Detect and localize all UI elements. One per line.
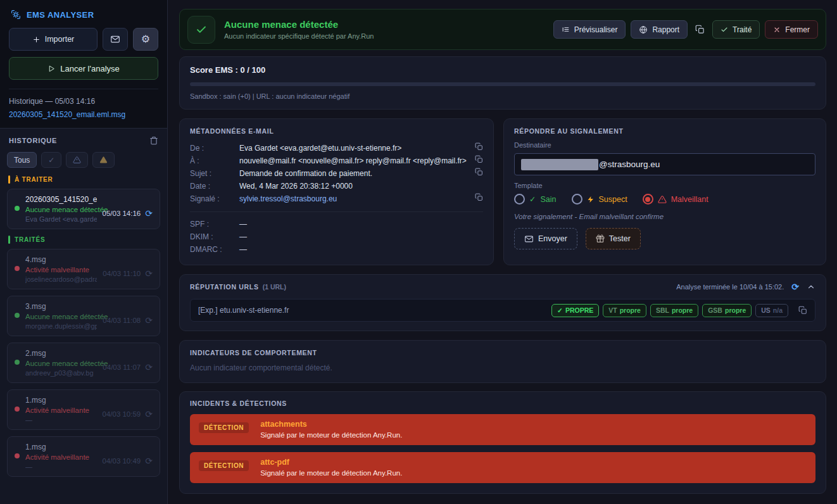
refresh-icon[interactable]: ⟳ (145, 315, 153, 325)
history-item-main: 20260305_141520_email.e... Aucune menace… (25, 195, 97, 223)
history-item[interactable]: 4.msg Activité malveillante joselinecard… (7, 249, 160, 289)
filter-all-chip[interactable]: Tous (7, 152, 37, 168)
copy-icon[interactable] (798, 306, 807, 315)
mark-done-button[interactable]: Traité (712, 20, 760, 39)
url-badges: ✓ PROPRE VT propre SBL propre GSB propre (551, 304, 807, 317)
reply-title: RÉPONDRE AU SIGNALEMENT (514, 127, 815, 135)
copy-icon[interactable] (470, 154, 483, 167)
template-option-malicious[interactable]: Malveillant (643, 194, 708, 205)
metadata-row-dmarc: DMARC : — (190, 243, 483, 256)
copy-icon[interactable] (470, 142, 483, 154)
copy-report-button[interactable] (693, 20, 707, 39)
behavior-panel: INDICATEURS DE COMPORTEMENT Aucun indica… (179, 340, 826, 383)
history-item-date: 05/03 14:16 (103, 210, 141, 217)
refresh-icon[interactable]: ⟳ (145, 208, 153, 218)
envelope-icon (110, 34, 120, 44)
row-label: Signalé : (190, 192, 239, 205)
badge-prefix: VT (608, 306, 617, 314)
row-label: À : (190, 154, 239, 167)
history-item-date: 04/03 10:59 (103, 410, 141, 418)
reputation-header-right: Analyse terminée le 10/04 à 15:02. ⟳ (676, 282, 815, 292)
history-item-file: 20260305_141520_email.e... (25, 195, 97, 204)
history-item[interactable]: 3.msg Aucune menace détectée morgane.dup… (7, 296, 160, 336)
filter-malicious-chip[interactable] (92, 152, 115, 168)
refresh-icon[interactable]: ⟳ (145, 362, 153, 372)
history-item-sender: morgane.duplessix@gpi-int.fr (25, 322, 97, 330)
refresh-icon[interactable]: ⟳ (145, 409, 153, 419)
copy-icon[interactable] (470, 192, 483, 205)
row-value: Wed, 4 Mar 2026 20:38:12 +0000 (239, 180, 470, 192)
refresh-icon[interactable]: ⟳ (791, 282, 799, 292)
verdict-banner: Aucune menace détectée Aucun indicateur … (179, 9, 826, 50)
filter-suspect-chip[interactable] (66, 152, 88, 168)
history-item-status: Aucune menace détectée (25, 206, 97, 213)
history-item-meta: 04/03 11:10 ⟳ (103, 263, 153, 283)
chevron-up-icon[interactable] (807, 282, 815, 291)
history-item[interactable]: 2.msg Aucune menace détectée andreev_p03… (7, 343, 160, 383)
banner-actions: Prévisualiser Rapport Traité Fermer (553, 20, 818, 39)
behavior-title: INDICATEURS DE COMPORTEMENT (190, 349, 815, 356)
history-item-file: 1.msg (25, 396, 97, 405)
metadata-row-subject: Sujet : Demande de confirmation de paiem… (190, 167, 483, 180)
processed-label: TRAITÉS (15, 236, 45, 243)
row-value: — (239, 218, 483, 230)
history-item[interactable]: 1.msg Activité malveillante — 04/03 10:5… (7, 389, 160, 430)
template-option-clean[interactable]: ✓ Sain (514, 194, 557, 205)
template-option-suspect[interactable]: Suspect (572, 194, 627, 205)
recipient-domain: @strasbourg.eu (599, 160, 660, 169)
row-label: De : (190, 142, 239, 154)
metadata-rows: De : Eva Gardet <eva.gardet@etu.univ-st-… (190, 142, 483, 205)
verdict-subtitle: Aucun indicateur spécifique détecté par … (224, 32, 374, 40)
status-dot (15, 206, 20, 211)
settings-button[interactable]: ⚙ (133, 28, 158, 51)
preview-button[interactable]: Prévisualiser (553, 20, 626, 39)
history-item[interactable]: 1.msg Activité malveillante — 04/03 10:4… (7, 436, 160, 477)
history-section: HISTORIQUE Tous ✓ À TRAITER (0, 128, 167, 504)
row-label: DMARC : (190, 243, 239, 256)
badge-gsb: GSB propre (702, 304, 752, 317)
row-value: Eva Gardet <eva.gardet@etu.univ-st-etien… (239, 142, 470, 154)
history-item-pending[interactable]: 20260305_141520_email.e... Aucune menace… (7, 189, 160, 229)
row-value: — (239, 230, 483, 243)
history-item-file: 3.msg (25, 302, 97, 311)
metadata-panel: MÉTADONNÉES E-MAIL De : Eva Gardet <eva.… (179, 118, 494, 265)
refresh-icon[interactable]: ⟳ (145, 456, 153, 466)
verdict-title: Aucune menace détectée (224, 19, 374, 30)
detection-badge: DÉTECTION (199, 422, 249, 433)
check-icon: ✓ (529, 194, 536, 204)
filter-clean-chip[interactable]: ✓ (41, 152, 61, 168)
current-history-file-link[interactable]: 20260305_141520_email.eml.msg (9, 110, 158, 119)
group-bar (8, 175, 10, 184)
app-root: EMS ANALYSER Importer ⚙ Lancer l'analyse (0, 0, 837, 504)
refresh-icon[interactable]: ⟳ (145, 268, 153, 279)
import-button[interactable]: Importer (9, 28, 98, 51)
option-label: Malveillant (671, 195, 708, 204)
badge-prefix: ✓ (557, 306, 563, 314)
run-analysis-button[interactable]: Lancer l'analyse (9, 57, 158, 80)
report-button[interactable]: Rapport (631, 20, 688, 39)
close-button[interactable]: Fermer (765, 20, 818, 39)
row-value: Demande de confirmation de paiement. (239, 167, 470, 180)
trash-icon[interactable] (149, 136, 158, 145)
send-button[interactable]: Envoyer (514, 228, 577, 249)
close-icon (773, 26, 781, 34)
recipient-input[interactable]: @strasbourg.eu (514, 153, 815, 175)
mail-button[interactable] (103, 28, 128, 51)
preview-button-label: Prévisualiser (574, 25, 618, 34)
copy-icon[interactable] (470, 167, 483, 180)
incident-texts: attachments Signalé par le moteur de dét… (260, 420, 402, 439)
url-row: [Exp.] etu.univ-st-etienne.fr ✓ PROPRE V… (190, 299, 815, 322)
history-title: HISTORIQUE (9, 137, 57, 144)
processed-group-label: TRAITÉS (8, 236, 159, 244)
score-details: Sandbox : sain (+0) | URL : aucun indica… (190, 92, 815, 100)
badge-propre: ✓ PROPRE (551, 304, 599, 317)
incident-row[interactable]: DÉTECTION attachments Signalé par le mot… (190, 414, 815, 445)
detection-badge: DÉTECTION (199, 460, 249, 471)
score-title: Score EMS : 0 / 100 (190, 65, 815, 75)
row-label: Sujet : (190, 167, 239, 180)
status-dot (15, 313, 20, 318)
history-title-row: HISTORIQUE (7, 136, 160, 145)
radio-selected (643, 194, 653, 205)
test-button[interactable]: Tester (586, 228, 641, 249)
incident-row[interactable]: DÉTECTION attc-pdf Signalé par le moteur… (190, 452, 815, 483)
